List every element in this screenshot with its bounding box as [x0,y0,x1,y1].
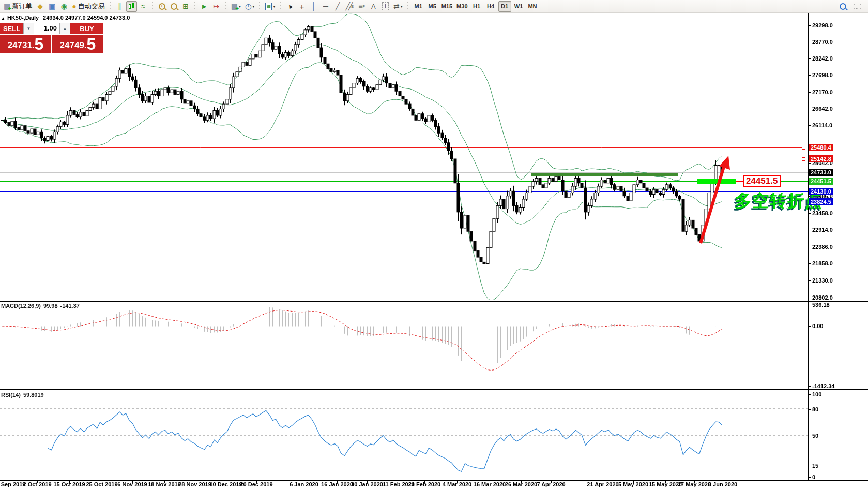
horizontal-line-button[interactable]: ─ [320,1,331,12]
ohlc-values: 24934.0 24977.0 24594.0 24733.0 [43,14,130,21]
deposit-button[interactable]: ◆ [35,1,45,12]
text-label-button[interactable]: T [380,1,391,12]
timeframe-button-m1[interactable]: M1 [412,1,425,12]
toolbar-gripper [193,2,197,11]
rsi-label: RSI(14)59.8019 [1,392,47,398]
price-level-label: 25142.8 [809,155,833,162]
horizontal-line-icon: ─ [323,2,328,10]
candlestick-icon [128,3,134,10]
price-level-label: 23824.5 [809,198,833,205]
fibonacci-button[interactable]: ≡F [356,1,367,12]
chevron-down-icon: ▼ [27,26,31,31]
price-panel[interactable] [0,13,808,300]
symbol-title: HK50-,Daily [7,14,39,21]
gold-icon: ◆ [37,2,43,10]
arrows-button[interactable]: ⇄ ▾ [392,1,404,12]
sell-button[interactable]: SELL [0,23,23,34]
date-axis-label: 6 Nov 2019 [117,481,147,487]
macd-panel[interactable] [0,302,808,389]
date-axis-label: 6 Jan 2020 [290,481,318,487]
crosshair-button[interactable]: + [296,1,307,12]
bar-chart-button[interactable]: ║ [114,1,125,12]
auto-scroll-button[interactable]: ▶ [199,1,210,12]
candlestick-button[interactable] [126,1,137,12]
date-axis-label: 4 Mar 2020 [443,481,471,487]
axis-tick-label: 80 [812,406,818,412]
toolbar: ▤＋ 新订单 ◆ ▣ ◉ ● 自动交易 ║ ≈ + − ⊞ ▶ ↦ ▤＋ ▾ ◷… [0,0,868,13]
volume-down-button[interactable]: ▼ [23,23,34,34]
search-button[interactable] [837,1,848,12]
periods-button[interactable]: ◷ ▾ [243,1,256,12]
timeframe-button-d1[interactable]: D1 [498,1,511,12]
new-chart-button[interactable]: ▤＋ ▾ [230,1,242,12]
timeframe-button-h1[interactable]: H1 [470,1,483,12]
toolbar-gripper [279,2,282,11]
chat-button[interactable] [852,1,863,12]
buy-price-pip: 5 [87,36,96,53]
new-order-label: 新订单 [12,2,32,11]
date-axis-label: 5 May 2020 [618,481,648,487]
macd-main-value: 99.98 [43,303,58,309]
axis-tick-label: 26114.0 [812,122,832,128]
new-order-button[interactable]: ▤＋ 新订单 [2,1,34,12]
text-button[interactable]: A [368,1,379,12]
vertical-line-button[interactable]: │ [308,1,319,12]
volume-input[interactable]: 1.00 [34,23,59,34]
timeframe-button-m30[interactable]: M30 [455,1,469,12]
date-axis-label: 25 Oct 2019 [86,481,117,487]
sell-price[interactable]: 24731.5 [0,35,51,53]
terminal-icon: ▣ [49,2,55,10]
axis-tick-label: 22914.0 [812,227,833,233]
tile-windows-icon: ⊞ [182,2,189,10]
timeframe-button-w1[interactable]: W1 [512,1,525,12]
indicators-button[interactable]: ≋ ▾ [264,1,277,12]
date-axis-label: 26 Mar 2020 [505,481,537,487]
chevron-down-icon: ▾ [252,4,254,9]
channel-button[interactable]: ╱╱E [344,1,355,12]
axis-tick-label: 50 [812,433,818,439]
price-level-label: 24130.0 [809,188,833,195]
support-zone-rectangle[interactable] [697,179,736,184]
tile-windows-button[interactable]: ⊞ [180,1,191,12]
zoom-in-icon: + [159,3,165,10]
buy-button[interactable]: BUY [70,23,103,34]
webterminal-button[interactable]: ▣ [47,1,57,12]
date-axis-label: 21 Apr 2020 [587,481,618,487]
axis-tick-label: 22386.0 [812,244,833,250]
axis-tick-label: 15 [812,463,818,469]
timeframe-button-h4[interactable]: H4 [484,1,497,12]
pivot-connector-line [736,181,743,182]
text-label-icon: T [382,2,389,10]
indicators-icon: ≋ [265,3,272,10]
chart-shift-button[interactable]: ↦ [211,1,222,12]
axis-tick-label: 0 [812,474,815,480]
line-chart-button[interactable]: ≈ [138,1,149,12]
sell-price-pip: 5 [35,36,44,53]
volume-up-button[interactable]: ▲ [59,23,70,34]
trendline-button[interactable]: ╱ [332,1,343,12]
axis-tick-label: 27698.0 [812,72,833,78]
rsi-panel[interactable] [0,391,808,480]
axis-tick-label: 100 [812,391,821,397]
new-order-icon: ▤＋ [4,2,10,10]
cursor-button[interactable]: ▲ [284,1,295,12]
signals-button[interactable]: ◉ [58,1,69,12]
price-level-label: 25480.4 [809,144,833,151]
resistance-trendline[interactable] [531,173,678,176]
timeframe-button-m5[interactable]: M5 [426,1,439,12]
pivot-price-label[interactable]: 24451.5 [743,175,781,187]
date-axis-label: 18 Nov 2019 [148,481,181,487]
fibonacci-icon: ≡ [358,2,362,10]
buy-price[interactable]: 24749.5 [52,35,103,53]
autotrade-icon: ● [72,2,76,10]
macd-label: MACD(12,26,9)99.98-141.37 [1,303,82,309]
symbol-marker-icon: ▲ [1,16,5,21]
macd-name: MACD(12,26,9) [1,303,41,309]
zoom-in-button[interactable]: + [157,1,167,12]
toolbar-gripper [151,2,155,11]
zoom-out-button[interactable]: − [169,1,179,12]
timeframe-button-m15[interactable]: M15 [440,1,454,12]
timeframe-button-mn[interactable]: MN [526,1,539,12]
date-axis-label: 16 Mar 2020 [474,481,506,487]
autotrade-button[interactable]: ● 自动交易 [70,1,106,12]
